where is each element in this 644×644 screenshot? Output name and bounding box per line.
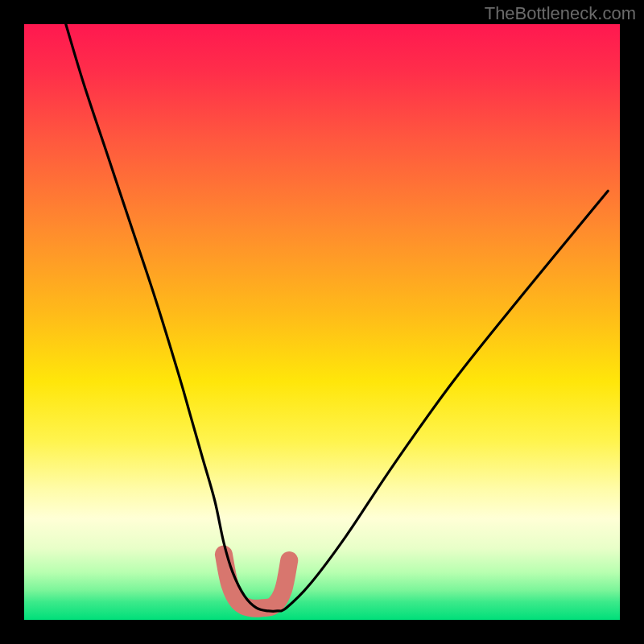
watermark-text: TheBottleneck.com	[485, 3, 636, 24]
chart-frame: TheBottleneck.com	[0, 0, 644, 644]
curve-layer	[24, 24, 620, 620]
optimal-band-path	[224, 555, 289, 609]
plot-area	[24, 24, 620, 620]
bottleneck-curve-path	[66, 24, 608, 611]
